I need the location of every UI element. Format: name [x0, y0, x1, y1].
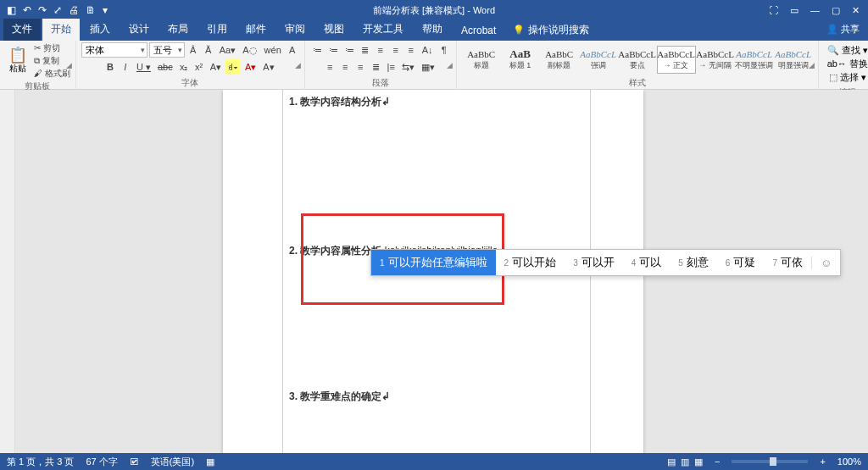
- ribbon-display-icon[interactable]: ⛶: [769, 5, 778, 16]
- borders-button[interactable]: ▦▾: [419, 59, 437, 75]
- view-web-icon[interactable]: ▦: [694, 456, 703, 467]
- tab-layout[interactable]: 布局: [159, 19, 197, 41]
- paste-button[interactable]: 📋 粘贴: [5, 47, 31, 75]
- new-doc-icon[interactable]: 🗎: [86, 4, 96, 16]
- style-item-3[interactable]: AaBbCcL强调: [579, 46, 618, 74]
- tab-file[interactable]: 文件: [3, 19, 41, 41]
- align-right-button[interactable]: ≡: [353, 59, 367, 75]
- shrink-font-button[interactable]: Ă: [202, 42, 215, 58]
- style-item-1[interactable]: AaB标题 1: [501, 46, 540, 74]
- subscript-button[interactable]: x₂: [177, 59, 191, 75]
- style-item-2[interactable]: AaBbC副标题: [540, 46, 579, 74]
- numbering-button[interactable]: ≔: [326, 42, 341, 58]
- line-spacing-button[interactable]: |≡: [384, 59, 398, 75]
- paragraph-expand-icon[interactable]: ◢: [447, 61, 453, 69]
- style-item-8[interactable]: AaBbCcL明显强调: [774, 46, 813, 74]
- strike-button[interactable]: abc: [155, 59, 175, 75]
- format-painter-button[interactable]: 🖌 格式刷: [34, 68, 70, 80]
- char-border-button[interactable]: A: [286, 42, 299, 58]
- highlight-button[interactable]: ꟈ▾: [225, 59, 241, 75]
- ime-candidate-6[interactable]: 6可疑: [717, 250, 765, 275]
- status-macro-icon[interactable]: ▦: [206, 456, 214, 467]
- text-effects-button[interactable]: A▾: [208, 59, 224, 75]
- cut-button[interactable]: ✂ 剪切: [34, 42, 70, 54]
- change-case-button[interactable]: Aa▾: [217, 42, 238, 58]
- align-left-button[interactable]: ≡: [323, 59, 337, 75]
- zoom-out-button[interactable]: −: [715, 456, 720, 467]
- superscript-button[interactable]: x²: [192, 59, 206, 75]
- align-center-button[interactable]: ≡: [338, 59, 352, 75]
- close-button[interactable]: ✕: [852, 5, 860, 16]
- select-button[interactable]: ⬚ 选择 ▾: [829, 71, 866, 84]
- status-word-count[interactable]: 67 个字: [86, 456, 117, 468]
- clear-format-button[interactable]: A◌: [240, 42, 259, 58]
- bullets-button[interactable]: ≔: [310, 42, 325, 58]
- ime-candidate-1[interactable]: 1可以开始任意编辑啦: [371, 250, 496, 275]
- status-page[interactable]: 第 1 页，共 3 页: [7, 456, 74, 468]
- style-item-0[interactable]: AaBbC标题: [462, 46, 501, 74]
- increase-indent-button[interactable]: ≡: [374, 42, 387, 58]
- share-button[interactable]: 👤 共享: [826, 23, 860, 36]
- print-icon[interactable]: 🖨: [69, 4, 79, 16]
- shading-button[interactable]: ⇆▾: [399, 59, 417, 75]
- rtl-button[interactable]: ≡: [404, 42, 418, 58]
- phonetic-guide-button[interactable]: wén: [262, 42, 284, 58]
- view-read-icon[interactable]: ▤: [667, 456, 676, 467]
- ime-candidate-5[interactable]: 5刻意: [670, 250, 717, 275]
- tab-acrobat[interactable]: Acrobat: [453, 21, 504, 41]
- maximize-button[interactable]: ▢: [832, 5, 840, 16]
- account-icon[interactable]: ▭: [790, 5, 798, 16]
- clipboard-expand-icon[interactable]: ◢: [66, 61, 72, 69]
- styles-expand-icon[interactable]: ◢: [809, 61, 815, 69]
- multilevel-button[interactable]: ≔: [342, 42, 357, 58]
- show-marks-button[interactable]: ¶: [437, 42, 451, 58]
- tab-developer[interactable]: 开发工具: [354, 19, 412, 41]
- tab-references[interactable]: 引用: [198, 19, 236, 41]
- justify-button[interactable]: ≣: [369, 59, 382, 75]
- char-shading-button[interactable]: A▾: [260, 59, 276, 75]
- ime-emoji-button[interactable]: ☺: [811, 257, 840, 269]
- view-print-icon[interactable]: ▥: [681, 456, 689, 467]
- qat-more-icon[interactable]: ▾: [103, 4, 108, 16]
- ime-candidate-bar[interactable]: 1可以开始任意编辑啦2可以开始3可以开4可以5刻意6可疑7可依☺: [370, 249, 841, 276]
- zoom-slider[interactable]: [732, 460, 808, 463]
- redo-icon[interactable]: ↷: [38, 4, 47, 16]
- tab-mailings[interactable]: 邮件: [237, 19, 275, 41]
- sort-button[interactable]: A↓: [420, 42, 436, 58]
- grow-font-button[interactable]: Â: [186, 42, 200, 58]
- tab-help[interactable]: 帮助: [414, 19, 451, 41]
- minimize-button[interactable]: —: [810, 5, 820, 16]
- font-size-combo[interactable]: 五号: [149, 42, 185, 58]
- tab-insert[interactable]: 插入: [81, 19, 119, 41]
- underline-button[interactable]: U ▾: [134, 59, 153, 75]
- ime-candidate-3[interactable]: 3可以开: [565, 250, 623, 275]
- tab-design[interactable]: 设计: [120, 19, 158, 41]
- tell-me[interactable]: 💡操作说明搜索: [506, 19, 596, 41]
- ime-candidate-2[interactable]: 2可以开始: [496, 250, 565, 275]
- touch-mode-icon[interactable]: ⤢: [53, 4, 62, 16]
- decrease-indent-button[interactable]: ≣: [359, 42, 372, 58]
- undo-icon[interactable]: ↶: [23, 4, 31, 16]
- status-language[interactable]: 英语(美国): [151, 456, 194, 468]
- bold-button[interactable]: B: [103, 59, 117, 75]
- zoom-level[interactable]: 100%: [837, 456, 861, 467]
- zoom-in-button[interactable]: +: [820, 456, 825, 467]
- tab-review[interactable]: 审阅: [276, 19, 314, 41]
- style-item-5[interactable]: AaBbCcL→ 正文: [657, 46, 696, 74]
- italic-button[interactable]: I: [119, 59, 132, 75]
- style-item-7[interactable]: AaBbCcL不明显强调: [735, 46, 774, 74]
- ime-candidate-7[interactable]: 7可依: [764, 250, 811, 275]
- style-item-6[interactable]: AaBbCcL→ 无间隔: [696, 46, 735, 74]
- font-name-combo[interactable]: 宋体: [81, 42, 147, 58]
- status-spellcheck-icon[interactable]: 🗹: [130, 456, 139, 467]
- copy-button[interactable]: ⧉ 复制: [34, 55, 70, 67]
- replace-button[interactable]: ab↔ 替换: [827, 58, 868, 70]
- ltr-button[interactable]: ≡: [389, 42, 403, 58]
- ime-candidate-4[interactable]: 4可以: [623, 250, 670, 275]
- style-item-4[interactable]: AaBbCcL要点: [618, 46, 657, 74]
- document-area[interactable]: 1. 教学内容结构分析↲ 2. 教学内容属性分析 ke'yi'kai'shi'r…: [0, 90, 868, 453]
- font-color-button[interactable]: A▾: [242, 59, 259, 75]
- tab-home[interactable]: 开始: [42, 19, 80, 41]
- find-button[interactable]: 🔍 查找 ▾: [827, 44, 868, 57]
- tab-view[interactable]: 视图: [315, 19, 353, 41]
